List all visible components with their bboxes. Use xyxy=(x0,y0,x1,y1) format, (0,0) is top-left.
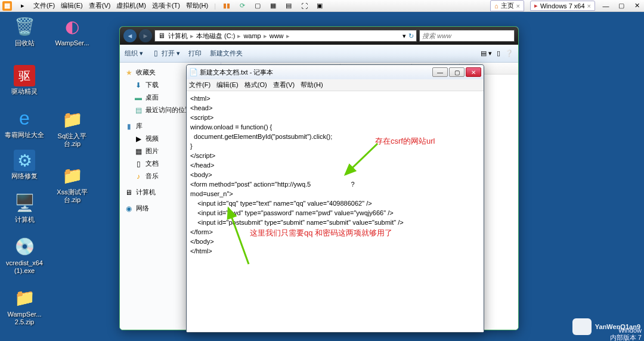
annotation-csrf: 存在csrf的网站url xyxy=(375,137,435,146)
recycle-icon: 🗑️ xyxy=(13,14,36,38)
icon-driver[interactable]: 驱驱动精灵 xyxy=(4,65,45,95)
np-menu-file[interactable]: 文件(F) xyxy=(189,80,210,89)
icon-wamp2[interactable]: 📁WampSer... 2.5.zip xyxy=(4,286,45,326)
watermark: YanWenQ1an9 xyxy=(572,318,640,335)
menu-view[interactable]: 查看(V) xyxy=(89,1,111,10)
np-menu-view[interactable]: 查看(V) xyxy=(273,80,295,89)
driver-icon: 驱 xyxy=(14,65,35,86)
annotation-fields: 这里我们只需要qq 和密码这两项就够用了 xyxy=(250,228,392,238)
computer-icon: 🖥 xyxy=(157,32,166,40)
video-icon: ▶ xyxy=(134,135,143,143)
max-button[interactable]: ▢ xyxy=(449,67,465,77)
menu-vm[interactable]: 虚拟机(M) xyxy=(116,1,146,10)
icon-recycle[interactable]: 🗑️回收站 xyxy=(4,14,45,47)
vm-logo-icon: ▦ xyxy=(2,1,12,11)
crumb-wamp[interactable]: wamp xyxy=(243,32,261,39)
search-input[interactable] xyxy=(419,30,515,42)
computer-icon: 🖥️ xyxy=(13,191,36,215)
icon-av[interactable]: e毒霸网址大全 xyxy=(4,106,45,139)
tool2-icon[interactable]: ▤ xyxy=(284,1,293,11)
window-close-icon[interactable]: ✕ xyxy=(632,1,642,11)
desktop[interactable]: 🗑️回收站 驱驱动精灵 e毒霸网址大全 ⚙网络修复 🖥️计算机 💿vcredis… xyxy=(0,12,644,341)
menu-edit[interactable]: 编辑(E) xyxy=(61,1,83,10)
music-icon: ♪ xyxy=(134,172,143,181)
np-menu-help[interactable]: 帮助(H) xyxy=(301,80,323,89)
icon-netfix[interactable]: ⚙网络修复 xyxy=(4,150,45,180)
address-bar[interactable]: 🖥 计算机▸ 本地磁盘 (C:)▸ wamp▸ www▸ ▾↻ xyxy=(154,30,417,42)
download-icon: ⬇ xyxy=(134,81,143,89)
tb-print[interactable]: 打印 xyxy=(188,49,202,58)
icon-vcredist[interactable]: 💿vcredist_x64 (1).exe xyxy=(4,234,45,275)
crumb-www[interactable]: www xyxy=(270,32,284,39)
unity-icon[interactable]: ▣ xyxy=(315,1,324,11)
close-icon[interactable]: × xyxy=(516,2,520,10)
window-min-icon[interactable]: — xyxy=(601,1,611,11)
notepad-body[interactable]: <html><head><script>window.onload = func… xyxy=(187,91,484,332)
star-icon: ★ xyxy=(125,69,133,77)
zip-icon: 📁 xyxy=(60,107,84,131)
network-icon: ◉ xyxy=(125,204,133,213)
notepad-menu: 文件(F) 编辑(E) 格式(O) 查看(V) 帮助(H) xyxy=(187,79,484,91)
menu-help[interactable]: 帮助(H) xyxy=(186,1,208,10)
toolbar-sep: | xyxy=(214,2,216,10)
fullscreen-icon[interactable]: ⛶ xyxy=(299,1,309,11)
nav-fwd-button[interactable]: ► xyxy=(139,29,152,42)
notepad-window: 📄 新建文本文档.txt - 记事本 — ▢ ✕ 文件(F) 编辑(E) 格式(… xyxy=(186,64,484,333)
explorer-addressbar-row: ◄ ► 🖥 计算机▸ 本地磁盘 (C:)▸ wamp▸ www▸ ▾↻ xyxy=(120,27,518,45)
recent-icon: ▤ xyxy=(134,106,143,114)
home-icon: ⌂ xyxy=(494,2,499,10)
crumb-disk[interactable]: 本地磁盘 (C:) xyxy=(196,32,235,41)
vm-icon: ▸ xyxy=(534,2,538,10)
zip-icon: 📁 xyxy=(60,163,84,187)
explorer-toolbar: 组织 ▾ ▯ 打开 ▾ 打印 新建文件夹 ▤ ▾ ▯ ❔ xyxy=(120,45,518,63)
tb-newfolder[interactable]: 新建文件夹 xyxy=(210,49,243,58)
picture-icon: ▦ xyxy=(134,147,143,156)
netfix-icon: ⚙ xyxy=(14,150,35,171)
help-icon[interactable]: ❔ xyxy=(505,49,513,57)
icon-wamp[interactable]: ◐WampSer... xyxy=(51,14,93,47)
menu-tabs[interactable]: 选项卡(T) xyxy=(152,1,180,10)
zip-icon: 📁 xyxy=(13,286,36,309)
dropdown-icon[interactable]: ▾ xyxy=(402,32,406,40)
desktop-icons-col1: 🗑️回收站 驱驱动精灵 e毒霸网址大全 ⚙网络修复 🖥️计算机 💿vcredis… xyxy=(4,14,51,337)
window-max-icon[interactable]: ▢ xyxy=(617,1,626,11)
desktop-icons-col2: ◐WampSer... xyxy=(51,14,99,58)
desktop-icons-col2b: 📁Sql注入平台.zip 📁Xss测试平台.zip xyxy=(51,107,99,215)
installer-icon: 💿 xyxy=(13,234,36,258)
notepad-icon: 📄 xyxy=(189,68,197,76)
icon-sqli[interactable]: 📁Sql注入平台.zip xyxy=(51,107,93,148)
icon-pc[interactable]: 🖥️计算机 xyxy=(4,191,45,224)
wechat-icon xyxy=(572,318,592,335)
close-button[interactable]: ✕ xyxy=(466,67,481,77)
power-icon[interactable]: ▸ xyxy=(18,1,27,11)
preview-icon[interactable]: ▯ xyxy=(497,49,500,57)
ie-icon: e xyxy=(13,106,36,130)
tool-icon[interactable]: ▦ xyxy=(268,1,278,11)
nav-back-button[interactable]: ◄ xyxy=(123,29,137,42)
document-icon: ▯ xyxy=(134,160,143,168)
np-menu-edit[interactable]: 编辑(E) xyxy=(216,80,239,89)
min-button[interactable]: — xyxy=(432,67,448,77)
desktop-icon: ▬ xyxy=(134,94,143,102)
crumb-computer[interactable]: 计算机 xyxy=(168,32,188,41)
library-icon: ▮ xyxy=(125,122,133,131)
menu-file[interactable]: 文件(F) xyxy=(33,1,55,10)
vm-toolbar: ▦ ▸ 文件(F) 编辑(E) 查看(V) 虚拟机(M) 选项卡(T) 帮助(H… xyxy=(0,0,644,12)
reset-icon[interactable]: ⟳ xyxy=(237,1,247,11)
refresh-icon[interactable]: ↻ xyxy=(408,32,414,40)
tab-win7[interactable]: ▸Windows 7 x64× xyxy=(530,1,595,11)
computer-icon: 🖥 xyxy=(125,188,133,197)
open-icon: ▯ xyxy=(151,49,160,57)
notepad-title: 新建文本文档.txt - 记事本 xyxy=(197,68,432,77)
tab-home[interactable]: ⌂主页× xyxy=(490,0,524,11)
tb-organize[interactable]: 组织 ▾ xyxy=(125,49,143,58)
pause-icon[interactable]: ▮▮ xyxy=(222,1,231,11)
snapshot-icon[interactable]: ▢ xyxy=(253,1,262,11)
notepad-titlebar[interactable]: 📄 新建文本文档.txt - 记事本 — ▢ ✕ xyxy=(187,65,484,79)
tb-open[interactable]: ▯ 打开 ▾ xyxy=(151,49,180,58)
icon-xss[interactable]: 📁Xss测试平台.zip xyxy=(51,163,93,204)
np-menu-format[interactable]: 格式(O) xyxy=(244,80,267,89)
close-icon[interactable]: × xyxy=(587,2,591,10)
wamp-icon: ◐ xyxy=(60,14,84,38)
view-icon[interactable]: ▤ ▾ xyxy=(481,49,492,57)
